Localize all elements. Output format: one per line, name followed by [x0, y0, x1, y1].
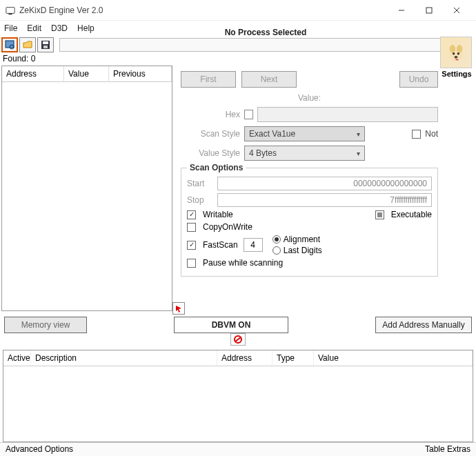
maximize-button[interactable]	[415, 2, 443, 19]
svg-point-13	[457, 45, 463, 53]
process-label: No Process Selected	[225, 28, 307, 37]
scan-options-box: Scan Options Start Stop Writable Executa…	[181, 168, 438, 277]
chevron-down-icon	[357, 129, 360, 139]
fastscan-value[interactable]	[244, 238, 263, 252]
col-address[interactable]: Address	[2, 66, 64, 81]
minimize-button[interactable]	[388, 2, 415, 19]
copyonwrite-label: CopyOnWrite	[203, 222, 252, 232]
stop-input[interactable]	[217, 193, 432, 207]
add-address-manually-button[interactable]: Add Address Manually	[375, 317, 472, 333]
svg-point-12	[450, 45, 456, 53]
results-list[interactable]: Address Value Previous	[1, 66, 172, 311]
executable-checkbox[interactable]	[375, 210, 384, 219]
address-table[interactable]: Active Description Address Type Value	[3, 350, 473, 442]
alignment-label: Alignment	[284, 235, 320, 244]
executable-label: Executable	[391, 210, 432, 219]
value-style-label: Value Style	[181, 148, 240, 158]
found-count: Found: 0	[0, 54, 476, 64]
svg-rect-1	[8, 13, 12, 14]
lastdigits-label: Last Digits	[284, 246, 322, 255]
fastscan-label: FastScan	[203, 240, 238, 250]
fastscan-checkbox[interactable]	[187, 241, 196, 250]
start-input[interactable]	[217, 177, 432, 190]
not-label: Not	[425, 129, 438, 139]
memory-view-button[interactable]: Memory view	[4, 317, 87, 333]
svg-point-14	[453, 52, 455, 54]
save-button[interactable]	[37, 37, 54, 52]
alignment-radio-row[interactable]: Alignment	[272, 235, 322, 244]
next-scan-button[interactable]: Next	[241, 71, 297, 88]
svg-line-18	[235, 337, 241, 341]
col-value[interactable]: Value	[64, 66, 109, 81]
pointer-tool[interactable]	[172, 302, 185, 315]
titlebar: ZeKixD Engine Ver 2.0	[0, 0, 476, 21]
col-address2[interactable]: Address	[217, 350, 272, 366]
writable-label: Writable	[203, 210, 233, 219]
menu-d3d[interactable]: D3D	[51, 23, 68, 33]
menu-edit[interactable]: Edit	[27, 23, 41, 33]
process-bar[interactable]: No Process Selected	[59, 38, 472, 52]
scan-panel: First Next Undo Value: Hex Scan Style Ex…	[172, 64, 476, 311]
toolbar: No Process Selected	[0, 36, 476, 54]
col-value2[interactable]: Value	[314, 350, 473, 366]
chevron-down-icon	[357, 148, 360, 158]
menu-file[interactable]: File	[4, 23, 17, 33]
value-input[interactable]	[257, 107, 438, 122]
svg-point-15	[457, 52, 459, 54]
start-label: Start	[187, 179, 212, 188]
select-process-button[interactable]	[1, 37, 18, 52]
col-type[interactable]: Type	[272, 350, 314, 366]
pause-checkbox[interactable]	[187, 259, 196, 268]
undo-scan-button[interactable]: Undo	[399, 71, 438, 88]
advanced-options-link[interactable]: Advanced Options	[6, 444, 73, 455]
value-style-value: 4 Bytes	[249, 148, 277, 158]
scan-style-dropdown[interactable]: Exact Va1ue	[244, 126, 365, 141]
svg-rect-0	[6, 7, 14, 13]
writable-checkbox[interactable]	[187, 210, 196, 219]
col-previous[interactable]: Previous	[109, 66, 172, 81]
value-style-dropdown[interactable]: 4 Bytes	[244, 146, 365, 161]
scan-style-label: Scan Style	[181, 129, 240, 139]
dbvm-on-button[interactable]: DBVM ON	[174, 317, 288, 333]
copyonwrite-checkbox[interactable]	[187, 223, 196, 232]
address-table-header: Active Description Address Type Value	[3, 350, 473, 366]
not-checkbox-row[interactable]: Not	[412, 129, 438, 139]
open-file-button[interactable]	[19, 37, 36, 52]
not-checkbox[interactable]	[412, 130, 421, 139]
close-button[interactable]	[443, 2, 470, 19]
svg-rect-3	[426, 8, 432, 13]
alignment-radio[interactable]	[272, 235, 281, 244]
pause-label: Pause while scanning	[203, 258, 283, 268]
stop-label: Stop	[187, 195, 212, 205]
first-scan-button[interactable]: First	[181, 71, 236, 88]
lastdigits-radio-row[interactable]: Last Digits	[272, 246, 322, 255]
app-icon	[6, 6, 15, 15]
col-active[interactable]: Active	[3, 350, 31, 366]
scan-style-value: Exact Va1ue	[249, 129, 295, 139]
col-description[interactable]: Description	[31, 350, 217, 366]
table-extras-link[interactable]: Table Extras	[425, 444, 470, 455]
results-header: Address Value Previous	[2, 66, 172, 82]
scan-options-title: Scan Options	[187, 163, 246, 172]
menu-help[interactable]: Help	[77, 23, 95, 33]
hex-checkbox[interactable]	[244, 110, 253, 119]
status-bar: Advanced Options Table Extras	[0, 442, 476, 456]
window-title: ZeKixD Engine Ver 2.0	[19, 6, 388, 15]
lastdigits-radio[interactable]	[272, 246, 281, 255]
svg-rect-10	[43, 46, 48, 48]
svg-rect-9	[43, 41, 48, 44]
value-label: Value:	[181, 93, 438, 103]
svg-point-16	[454, 56, 457, 58]
delete-entry-button[interactable]	[230, 333, 246, 346]
hex-label: Hex	[181, 110, 240, 119]
